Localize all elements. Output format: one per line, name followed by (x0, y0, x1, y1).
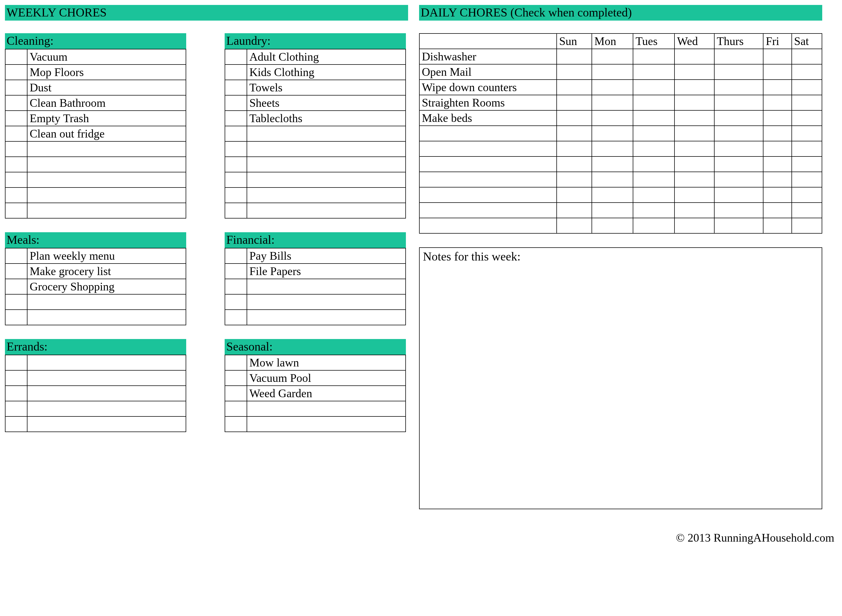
daily-checkbox-cell[interactable] (633, 202, 674, 218)
daily-checkbox-cell[interactable] (592, 202, 633, 218)
checkbox-cell[interactable] (5, 80, 27, 95)
checkbox-cell[interactable] (225, 386, 247, 401)
daily-checkbox-cell[interactable] (633, 172, 674, 187)
daily-checkbox-cell[interactable] (792, 64, 822, 79)
daily-checkbox-cell[interactable] (714, 218, 763, 233)
daily-checkbox-cell[interactable] (714, 49, 763, 64)
checkbox-cell[interactable] (5, 172, 27, 188)
daily-checkbox-cell[interactable] (674, 172, 714, 187)
daily-checkbox-cell[interactable] (674, 218, 714, 233)
daily-checkbox-cell[interactable] (633, 64, 674, 79)
checkbox-cell[interactable] (225, 279, 247, 294)
checkbox-cell[interactable] (225, 157, 247, 172)
daily-checkbox-cell[interactable] (633, 157, 674, 172)
daily-checkbox-cell[interactable] (714, 64, 763, 79)
daily-checkbox-cell[interactable] (592, 187, 633, 202)
daily-checkbox-cell[interactable] (592, 157, 633, 172)
daily-checkbox-cell[interactable] (592, 79, 633, 95)
daily-checkbox-cell[interactable] (714, 202, 763, 218)
daily-checkbox-cell[interactable] (714, 141, 763, 157)
daily-checkbox-cell[interactable] (674, 157, 714, 172)
daily-checkbox-cell[interactable] (792, 218, 822, 233)
daily-checkbox-cell[interactable] (557, 64, 592, 79)
daily-checkbox-cell[interactable] (633, 141, 674, 157)
checkbox-cell[interactable] (5, 401, 27, 417)
checkbox-cell[interactable] (5, 294, 27, 309)
checkbox-cell[interactable] (5, 203, 27, 218)
daily-checkbox-cell[interactable] (714, 172, 763, 187)
checkbox-cell[interactable] (225, 309, 247, 325)
checkbox-cell[interactable] (5, 111, 27, 126)
daily-checkbox-cell[interactable] (592, 95, 633, 110)
daily-checkbox-cell[interactable] (557, 172, 592, 187)
daily-checkbox-cell[interactable] (674, 49, 714, 64)
checkbox-cell[interactable] (5, 141, 27, 157)
daily-checkbox-cell[interactable] (763, 202, 792, 218)
daily-checkbox-cell[interactable] (633, 126, 674, 141)
checkbox-cell[interactable] (5, 309, 27, 325)
daily-checkbox-cell[interactable] (674, 126, 714, 141)
daily-checkbox-cell[interactable] (592, 218, 633, 233)
daily-checkbox-cell[interactable] (763, 157, 792, 172)
daily-checkbox-cell[interactable] (674, 202, 714, 218)
daily-checkbox-cell[interactable] (674, 141, 714, 157)
daily-checkbox-cell[interactable] (557, 157, 592, 172)
checkbox-cell[interactable] (225, 188, 247, 203)
daily-checkbox-cell[interactable] (763, 64, 792, 79)
checkbox-cell[interactable] (5, 49, 27, 65)
daily-checkbox-cell[interactable] (792, 126, 822, 141)
daily-checkbox-cell[interactable] (763, 141, 792, 157)
daily-checkbox-cell[interactable] (714, 187, 763, 202)
daily-checkbox-cell[interactable] (763, 172, 792, 187)
checkbox-cell[interactable] (225, 65, 247, 80)
daily-checkbox-cell[interactable] (592, 110, 633, 126)
daily-checkbox-cell[interactable] (792, 79, 822, 95)
daily-checkbox-cell[interactable] (633, 187, 674, 202)
checkbox-cell[interactable] (5, 370, 27, 386)
checkbox-cell[interactable] (225, 370, 247, 386)
daily-checkbox-cell[interactable] (792, 110, 822, 126)
checkbox-cell[interactable] (5, 95, 27, 111)
daily-checkbox-cell[interactable] (633, 49, 674, 64)
daily-checkbox-cell[interactable] (792, 49, 822, 64)
checkbox-cell[interactable] (5, 279, 27, 294)
checkbox-cell[interactable] (5, 386, 27, 401)
daily-checkbox-cell[interactable] (557, 95, 592, 110)
checkbox-cell[interactable] (225, 264, 247, 279)
checkbox-cell[interactable] (225, 95, 247, 111)
daily-checkbox-cell[interactable] (633, 95, 674, 110)
checkbox-cell[interactable] (5, 355, 27, 370)
checkbox-cell[interactable] (5, 417, 27, 432)
checkbox-cell[interactable] (225, 248, 247, 264)
daily-checkbox-cell[interactable] (714, 95, 763, 110)
checkbox-cell[interactable] (5, 188, 27, 203)
daily-checkbox-cell[interactable] (763, 126, 792, 141)
checkbox-cell[interactable] (5, 65, 27, 80)
daily-checkbox-cell[interactable] (674, 64, 714, 79)
daily-checkbox-cell[interactable] (557, 110, 592, 126)
daily-checkbox-cell[interactable] (763, 95, 792, 110)
checkbox-cell[interactable] (225, 355, 247, 370)
daily-checkbox-cell[interactable] (714, 126, 763, 141)
checkbox-cell[interactable] (225, 172, 247, 188)
daily-checkbox-cell[interactable] (557, 126, 592, 141)
daily-checkbox-cell[interactable] (674, 79, 714, 95)
checkbox-cell[interactable] (225, 111, 247, 126)
daily-checkbox-cell[interactable] (592, 64, 633, 79)
checkbox-cell[interactable] (225, 294, 247, 309)
daily-checkbox-cell[interactable] (763, 218, 792, 233)
daily-checkbox-cell[interactable] (763, 110, 792, 126)
checkbox-cell[interactable] (5, 157, 27, 172)
daily-checkbox-cell[interactable] (792, 141, 822, 157)
daily-checkbox-cell[interactable] (557, 49, 592, 64)
checkbox-cell[interactable] (225, 49, 247, 65)
daily-checkbox-cell[interactable] (674, 95, 714, 110)
daily-checkbox-cell[interactable] (592, 49, 633, 64)
daily-checkbox-cell[interactable] (633, 110, 674, 126)
checkbox-cell[interactable] (225, 141, 247, 157)
daily-checkbox-cell[interactable] (792, 95, 822, 110)
daily-checkbox-cell[interactable] (792, 172, 822, 187)
daily-checkbox-cell[interactable] (557, 218, 592, 233)
daily-checkbox-cell[interactable] (714, 79, 763, 95)
daily-checkbox-cell[interactable] (792, 202, 822, 218)
